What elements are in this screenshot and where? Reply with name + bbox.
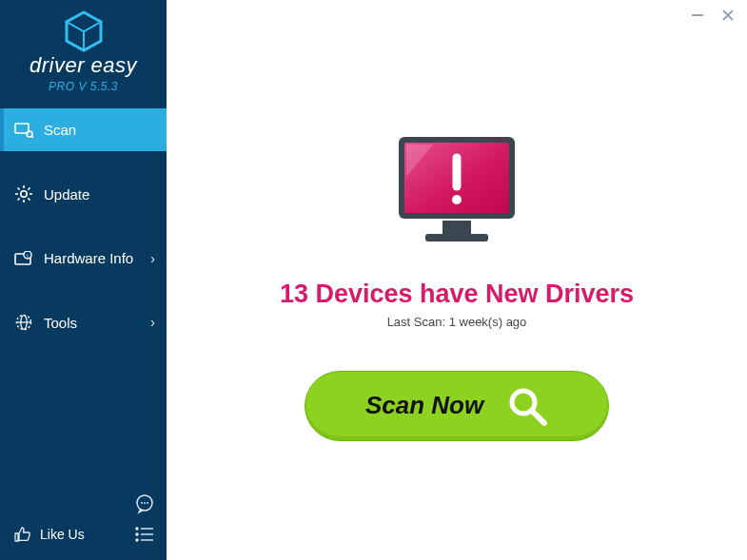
last-scan-text: Last Scan: 1 week(s) ago [387,315,527,329]
scan-now-label: Scan Now [365,391,483,420]
thumbs-up-icon [11,524,32,545]
gear-icon [13,185,34,203]
sidebar-item-hardware-info[interactable]: i Hardware Info › [0,237,167,280]
alert-monitor-icon [385,129,528,257]
window-controls [688,6,737,25]
minimize-button[interactable] [688,6,707,25]
brand-block: driver easy PRO V 5.5.3 [0,0,167,101]
svg-point-24 [136,528,138,530]
brand-name: driver easy [0,53,167,78]
svg-text:i: i [27,252,28,258]
feedback-icon[interactable] [134,493,155,514]
svg-rect-36 [425,234,488,241]
svg-point-21 [141,502,143,504]
scan-now-button[interactable]: Scan Now [305,371,609,441]
brand-version: PRO V 5.5.3 [0,80,167,93]
svg-point-38 [452,195,462,204]
sidebar-item-tools[interactable]: Tools › [0,300,167,344]
main-content: 13 Devices have New Drivers Last Scan: 1… [167,0,747,560]
scan-icon [13,123,34,138]
menu-list-icon[interactable] [134,524,155,545]
search-icon [506,385,548,427]
app-window: driver easy PRO V 5.5.3 Scan Update [0,0,747,560]
svg-line-10 [18,188,20,190]
sidebar-item-scan[interactable]: Scan [0,108,167,151]
hardware-icon: i [13,251,34,266]
sidebar-bottom: Like Us [0,482,167,560]
sidebar-item-update[interactable]: Update [0,172,167,216]
sidebar-item-label: Update [44,186,89,203]
svg-line-41 [532,411,544,423]
sidebar: driver easy PRO V 5.5.3 Scan Update [0,0,167,560]
sidebar-item-label: Hardware Info [44,250,133,266]
like-us-label: Like Us [40,527,85,542]
svg-line-11 [28,198,29,200]
like-us-button[interactable]: Like Us [11,524,85,545]
headline-text: 13 Devices have New Drivers [280,280,634,309]
globe-icon [13,314,34,331]
svg-point-5 [21,191,27,197]
chevron-right-icon: › [150,315,155,330]
brand-logo-icon [0,10,167,53]
svg-line-13 [28,188,29,190]
sidebar-item-label: Scan [44,122,76,138]
sidebar-nav: Scan Update i Hardware Info › [0,108,167,344]
chevron-right-icon: › [150,251,155,266]
svg-point-23 [147,502,148,504]
close-button[interactable] [718,6,737,25]
sidebar-item-label: Tools [44,315,77,331]
svg-point-22 [144,502,146,504]
svg-point-26 [136,533,138,535]
svg-point-28 [136,539,138,541]
svg-line-4 [31,136,33,138]
svg-line-12 [18,198,20,200]
svg-rect-35 [442,221,471,234]
main-pane: 13 Devices have New Drivers Last Scan: 1… [167,0,747,560]
svg-rect-2 [15,124,29,133]
